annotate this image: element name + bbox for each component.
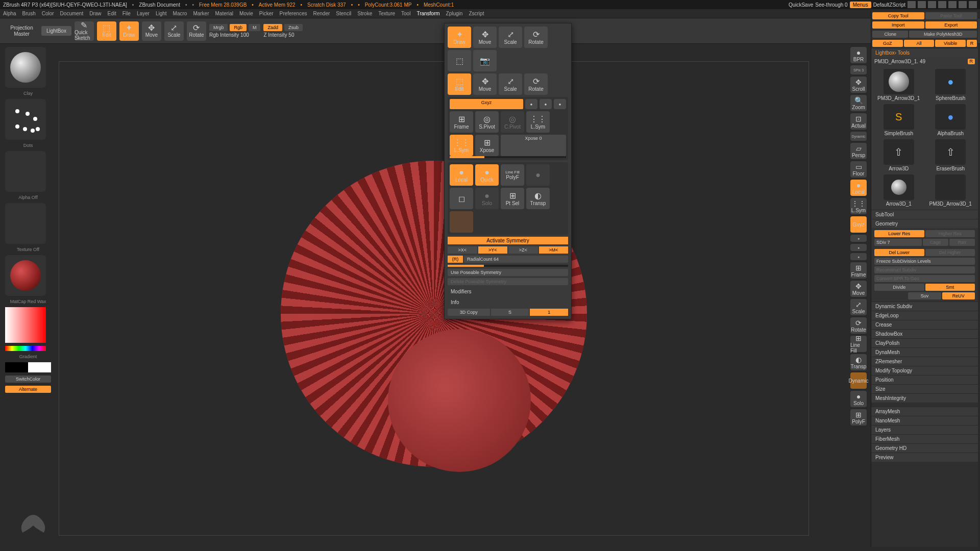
convert-bpr-button[interactable]: Convert BPR To Geo — [874, 275, 975, 282]
shadowbox-section[interactable]: ShadowBox — [871, 329, 978, 338]
goz-visible-button[interactable]: Visible — [935, 40, 966, 47]
cage-button[interactable]: Cage — [923, 239, 948, 246]
subtool-section[interactable]: SubTool — [871, 210, 978, 219]
z-intensity-slider[interactable]: Z Intensity 50 — [263, 32, 303, 38]
gyro-z2[interactable]: ● — [850, 253, 867, 260]
reuv-button[interactable]: ReUV — [942, 292, 975, 299]
linefill-button2[interactable]: ⊞Line Fill — [850, 336, 867, 352]
menu-file[interactable]: File — [122, 11, 131, 16]
ptsel-button[interactable]: ⊞Pt Sel — [501, 188, 524, 209]
rstr-button[interactable]: Rstr — [949, 239, 975, 246]
import-button[interactable]: Import — [872, 21, 924, 29]
brush-swatch[interactable] — [5, 47, 46, 88]
xpose-slider[interactable]: Xpose 0 — [501, 135, 566, 156]
lightbox-tools-link[interactable]: Lightbox› Tools — [871, 48, 978, 57]
radial-sliderbar[interactable] — [448, 265, 568, 267]
x-symmetry[interactable]: >X< — [448, 246, 477, 254]
panel-rotate2-button[interactable]: ⟳Rotate — [524, 73, 548, 95]
preview-section[interactable]: Preview — [871, 453, 978, 462]
gxyz-button[interactable]: Gxyz — [450, 99, 523, 109]
dynamic-toggle2[interactable]: Dynamic — [850, 132, 867, 141]
higher-res-button[interactable]: Higher Res — [925, 230, 975, 237]
viewport[interactable] — [59, 61, 809, 536]
panel-draw-button[interactable]: ✦Draw — [448, 27, 471, 48]
texture-swatch[interactable] — [5, 203, 46, 244]
activate-symmetry-header[interactable]: Activate Symmetry — [448, 237, 568, 244]
menu-brush[interactable]: Brush — [22, 11, 36, 16]
hue-bar[interactable] — [5, 346, 46, 351]
cpivot-button[interactable]: ◎C.Pivot — [501, 111, 524, 133]
xpose-sliderbar[interactable] — [450, 156, 566, 158]
panel-rotate-button[interactable]: ⟳Rotate — [524, 27, 548, 48]
projection-master-button[interactable]: Projection Master — [5, 25, 38, 37]
persp-button[interactable]: ▱Persp — [850, 143, 867, 159]
polyf-button2[interactable]: ⊞PolyF — [850, 409, 867, 425]
spix-slider[interactable]: SPix 3 — [850, 65, 867, 74]
size-section[interactable]: Size — [871, 384, 978, 393]
tool-r-button[interactable]: R — [968, 59, 975, 64]
gyro-x[interactable]: ● — [525, 99, 537, 109]
goz-r-button[interactable]: R — [967, 40, 977, 47]
claypolish-section[interactable]: ClayPolish — [871, 338, 978, 347]
material-swatch[interactable] — [5, 255, 46, 296]
quicksave-button[interactable]: QuickSave — [789, 2, 813, 8]
window-icon[interactable] — [908, 1, 916, 8]
tool-item[interactable]: ●AlphaBrush — [926, 104, 975, 136]
lsym-button[interactable]: ⋮⋮L.Sym — [526, 111, 550, 133]
nanomesh-section[interactable]: NanoMesh — [871, 416, 978, 425]
goz-button[interactable]: GoZ — [872, 40, 903, 47]
lsym-button2[interactable]: ⋮⋮L.Sym — [850, 198, 867, 214]
rgb-intensity-slider[interactable]: Rgb Intensity 100 — [209, 32, 261, 38]
sdiv-slider[interactable]: SDiv 7 — [874, 239, 922, 246]
fibermesh-section[interactable]: FiberMesh — [871, 434, 978, 443]
close-icon[interactable] — [969, 1, 977, 8]
mrgb-button[interactable]: Mrgb — [209, 24, 228, 31]
gxyz-button2[interactable]: Gxyz — [850, 216, 867, 233]
spivot-button[interactable]: ◎S.Pivot — [475, 111, 499, 133]
reconstruct-button[interactable]: Reconstruct Subdiv — [874, 266, 975, 273]
panel-move-button[interactable]: ✥Move — [473, 27, 497, 48]
window-icon[interactable] — [928, 1, 936, 8]
color-picker[interactable] — [5, 307, 46, 343]
menu-preferences[interactable]: Preferences — [280, 11, 307, 16]
edit-button[interactable]: ⬚Edit — [97, 21, 116, 41]
rotate-button[interactable]: ⟳Rotate — [187, 21, 206, 41]
bw-swatches[interactable] — [5, 362, 51, 372]
m-symmetry[interactable]: >M< — [539, 246, 569, 254]
linefill-button[interactable]: Line FillPolyF — [501, 164, 524, 186]
tool-item[interactable]: ⇧EraserBrush — [926, 139, 975, 171]
menu-zscript[interactable]: Zscript — [469, 11, 484, 16]
alternate-button[interactable]: Alternate — [5, 386, 51, 393]
gyro-x2[interactable]: ● — [850, 235, 867, 242]
clone-button[interactable]: Clone — [872, 31, 908, 38]
menu-texture[interactable]: Texture — [378, 11, 395, 16]
scale-button2[interactable]: ⤢Scale — [850, 299, 867, 315]
transp-button2[interactable]: ◐Transp — [850, 354, 867, 370]
xpose-button[interactable]: ⊞Xpose — [475, 135, 499, 156]
menu-marker[interactable]: Marker — [193, 11, 209, 16]
floor-button[interactable] — [450, 211, 473, 233]
zremesher-section[interactable]: ZRemesher — [871, 357, 978, 366]
zsub-button[interactable]: Zsub — [284, 24, 303, 31]
scale-button[interactable]: ⤢Scale — [164, 21, 184, 41]
geometry-hd-section[interactable]: Geometry HD — [871, 443, 978, 453]
position-section[interactable]: Position — [871, 375, 978, 384]
suv-button[interactable]: Suv — [908, 292, 941, 299]
dynamic-button2[interactable]: Dynamic — [850, 372, 867, 389]
3dcopy-1[interactable]: 1 — [530, 309, 568, 316]
use-poseable-symmetry[interactable]: Use Poseable Symmetry — [448, 269, 568, 276]
rgb-button[interactable]: Rgb — [230, 24, 247, 31]
menu-stencil[interactable]: Stencil — [336, 11, 351, 16]
export-button[interactable]: Export — [925, 21, 977, 29]
menu-movie[interactable]: Movie — [239, 11, 253, 16]
menu-light[interactable]: Light — [156, 11, 167, 16]
menu-alpha[interactable]: Alpha — [3, 11, 16, 16]
arraymesh-section[interactable]: ArrayMesh — [871, 407, 978, 416]
menu-color[interactable]: Color — [42, 11, 54, 16]
menu-render[interactable]: Render — [313, 11, 330, 16]
dynamesh-section[interactable]: DynaMesh — [871, 347, 978, 357]
crease-section[interactable]: Crease — [871, 320, 978, 329]
frame-button2[interactable]: ⊞Frame — [850, 262, 867, 279]
draw-button[interactable]: ✦Draw — [119, 21, 139, 41]
dynamic-subdiv-section[interactable]: Dynamic Subdiv — [871, 302, 978, 311]
